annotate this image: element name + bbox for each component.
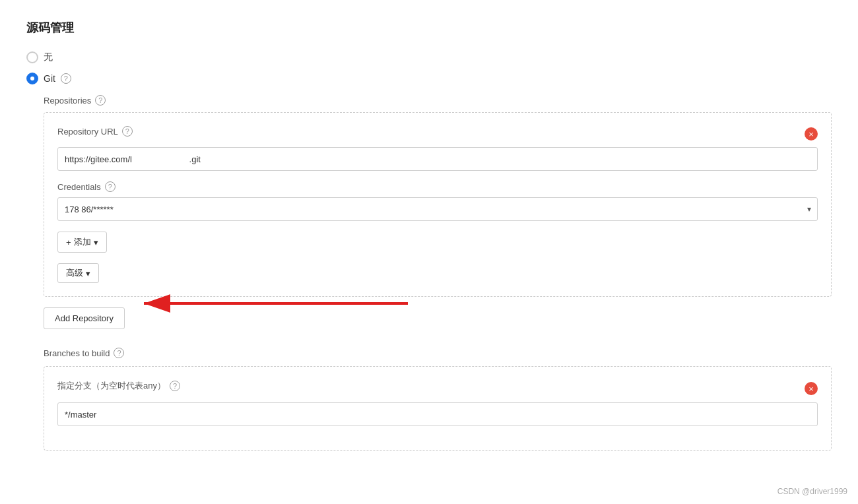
advanced-section: 高级 ▾ bbox=[57, 263, 818, 283]
branch-close-button[interactable]: × bbox=[805, 382, 818, 395]
add-credential-button[interactable]: + 添加 ▾ bbox=[57, 232, 107, 253]
add-dropdown-icon: ▾ bbox=[94, 237, 98, 247]
radio-none[interactable] bbox=[26, 51, 38, 63]
credentials-label: Credentials ? bbox=[57, 181, 818, 192]
radio-git[interactable] bbox=[26, 73, 38, 84]
branch-field-label: 指定分支（为空时代表any） ? bbox=[57, 380, 180, 392]
repository-url-close-button[interactable]: × bbox=[805, 127, 818, 141]
branch-help-icon[interactable]: ? bbox=[170, 381, 180, 391]
credentials-help-icon[interactable]: ? bbox=[105, 181, 116, 192]
repositories-help-icon[interactable]: ? bbox=[95, 95, 106, 106]
branches-help-icon[interactable]: ? bbox=[114, 348, 124, 358]
repository-url-help-icon[interactable]: ? bbox=[122, 126, 133, 137]
branches-section: Branches to build ? 指定分支（为空时代表any） ? × bbox=[44, 348, 832, 451]
branch-input[interactable] bbox=[57, 402, 818, 426]
radio-git-label: Git bbox=[44, 73, 55, 84]
repositories-label: Repositories ? bbox=[44, 95, 832, 106]
source-control-options: 无 Git ? bbox=[26, 51, 832, 84]
add-repository-button[interactable]: Add Repository bbox=[44, 307, 125, 329]
credentials-group: Credentials ? 178 86/****** ▾ bbox=[57, 181, 818, 221]
credentials-select[interactable]: 178 86/****** bbox=[57, 197, 818, 221]
repositories-section: Repositories ? Repository URL ? × bbox=[44, 95, 832, 451]
repository-url-group: Repository URL ? × bbox=[57, 126, 818, 171]
credentials-select-wrapper: 178 86/****** ▾ bbox=[57, 197, 818, 221]
add-plus-icon: + bbox=[66, 237, 71, 247]
radio-item-git[interactable]: Git ? bbox=[26, 73, 832, 84]
branches-box: 指定分支（为空时代表any） ? × bbox=[44, 366, 832, 451]
advanced-button[interactable]: 高级 ▾ bbox=[57, 263, 99, 283]
repository-url-label: Repository URL ? bbox=[57, 126, 133, 137]
radio-item-none[interactable]: 无 bbox=[26, 51, 832, 63]
branch-field-group: 指定分支（为空时代表any） ? × bbox=[57, 380, 818, 426]
branches-label: Branches to build ? bbox=[44, 348, 832, 358]
radio-none-label: 无 bbox=[44, 51, 53, 63]
repository-box: Repository URL ? × Credentials ? bbox=[44, 112, 832, 297]
git-help-icon[interactable]: ? bbox=[61, 73, 71, 84]
repository-url-input[interactable] bbox=[57, 147, 818, 171]
page-title: 源码管理 bbox=[26, 20, 832, 36]
advanced-chevron-icon: ▾ bbox=[86, 268, 90, 278]
